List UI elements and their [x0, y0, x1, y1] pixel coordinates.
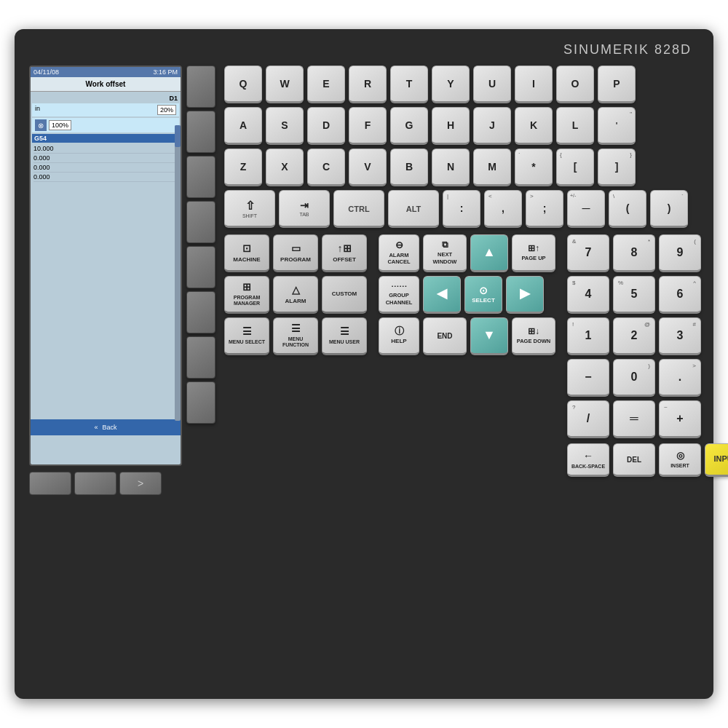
key-s[interactable]: S [266, 107, 304, 145]
key-page-down[interactable]: ⊞↓ PAGE DOWN [512, 317, 555, 355]
key-0[interactable]: ) 0 [613, 359, 655, 397]
key-t[interactable]: T [390, 66, 428, 103]
key-backtick-star[interactable]: ` * [515, 149, 553, 186]
key-backspace[interactable]: ← BACK-SPACE [567, 443, 609, 477]
bottom-softkeys: > [29, 472, 215, 495]
softkey-3[interactable] [186, 156, 215, 198]
key-help[interactable]: ⓘ HELP [379, 317, 419, 355]
key-l[interactable]: L [556, 107, 594, 145]
key-arrow-right[interactable]: ▶ [506, 276, 544, 314]
key-next-window[interactable]: ⧉ NEXT WINDOW [423, 234, 467, 272]
main-panel: SINUMERIK 828D 04/11/08 3:16 PM Work off… [15, 29, 713, 699]
val-row-1: 10.000 [33, 144, 178, 154]
key-i[interactable]: I [515, 66, 553, 103]
key-d[interactable]: D [307, 107, 345, 145]
key-plusminus[interactable]: +/- — [567, 190, 605, 228]
key-1[interactable]: ! 1 [567, 317, 609, 355]
key-4[interactable]: $ 4 [567, 276, 609, 314]
key-k[interactable]: K [515, 107, 553, 145]
key-arrow-down[interactable]: ▼ [470, 317, 508, 355]
softkey-1[interactable] [186, 66, 215, 108]
softkey-8[interactable] [186, 381, 215, 424]
key-z[interactable]: Z [224, 149, 262, 186]
key-paren-close[interactable]: ´ ) [650, 190, 688, 228]
display-screen: 04/11/08 3:16 PM Work offset D1 in [29, 66, 182, 466]
key-b[interactable]: B [390, 149, 428, 186]
key-7[interactable]: & 7 [567, 234, 609, 272]
key-9[interactable]: ( 9 [659, 234, 701, 272]
key-bracket-open[interactable]: { [ [556, 149, 594, 186]
key-2[interactable]: @ 2 [613, 317, 655, 355]
key-select[interactable]: ⊙ SELECT [464, 276, 502, 314]
key-program[interactable]: ▭ PROGRAM [273, 234, 318, 272]
bottom-softkey-2[interactable] [74, 472, 116, 495]
key-8[interactable]: * 8 [613, 234, 655, 272]
key-custom[interactable]: CUSTOM [322, 276, 367, 314]
key-minus[interactable]: − [567, 359, 609, 397]
key-tab[interactable]: ⇥ TAB [279, 190, 330, 228]
key-comma[interactable]: < , [484, 190, 522, 228]
key-w[interactable]: W [266, 66, 304, 103]
softkey-4[interactable] [186, 201, 215, 243]
key-r[interactable]: R [349, 66, 387, 103]
key-6[interactable]: ^ 6 [659, 276, 701, 314]
key-alarm[interactable]: △ ALARM [273, 276, 318, 314]
key-menu-select[interactable]: ☰ MENU SELECT [224, 317, 269, 355]
bottom-softkey-1[interactable] [29, 472, 71, 495]
key-machine[interactable]: ⊡ MACHINE [224, 234, 269, 272]
key-v[interactable]: V [349, 149, 387, 186]
softkey-6[interactable] [186, 291, 215, 333]
percent1-display: 20% [157, 105, 176, 115]
key-colon[interactable]: | : [443, 190, 480, 228]
key-semicolon[interactable]: > ; [526, 190, 563, 228]
key-input[interactable]: INPUT [705, 443, 728, 477]
key-o[interactable]: O [556, 66, 594, 103]
key-e[interactable]: E [307, 66, 345, 103]
softkey-7[interactable] [186, 336, 215, 379]
key-h[interactable]: H [432, 107, 470, 145]
key-program-manager[interactable]: ⊞ PROGRAM MANAGER [224, 276, 269, 314]
key-m[interactable]: M [473, 149, 511, 186]
key-y[interactable]: Y [432, 66, 470, 103]
val-row-4: 0.000 [33, 173, 178, 182]
key-g[interactable]: G [390, 107, 428, 145]
key-x[interactable]: X [266, 149, 304, 186]
key-group-channel[interactable]: ⋯⋯ GROUP CHANNEL [379, 276, 419, 314]
key-p[interactable]: P [598, 66, 636, 103]
key-quote[interactable]: " ' [598, 107, 636, 145]
key-j[interactable]: J [473, 107, 511, 145]
key-q[interactable]: Q [224, 66, 262, 103]
g54-row: G54 [32, 134, 179, 143]
key-plus[interactable]: ~ + [659, 400, 701, 438]
key-f[interactable]: F [349, 107, 387, 145]
key-u[interactable]: U [473, 66, 511, 103]
softkey-2[interactable] [186, 111, 215, 153]
key-insert[interactable]: ◎ INSERT [659, 443, 701, 477]
key-n[interactable]: N [432, 149, 470, 186]
key-ctrl[interactable]: CTRL [333, 190, 384, 228]
key-backslash[interactable]: \ ( [609, 190, 646, 228]
key-a[interactable]: A [224, 107, 262, 145]
key-end[interactable]: END [423, 317, 467, 355]
key-arrow-left[interactable]: ◀ [423, 276, 461, 314]
key-menu-user[interactable]: ☰ MENU USER [322, 317, 367, 355]
key-offset[interactable]: ↑⊞ OFFSET [322, 234, 367, 272]
key-c[interactable]: C [307, 149, 345, 186]
softkey-5[interactable] [186, 246, 215, 288]
key-shift[interactable]: ⇧ SHIFT [224, 190, 275, 228]
bottom-softkey-3[interactable]: > [119, 472, 162, 495]
key-alt[interactable]: ALT [388, 190, 439, 228]
key-equals[interactable]: ═ [613, 400, 655, 438]
key-menu-function[interactable]: ☰ MENU FUNCTION [273, 317, 318, 355]
key-arrow-up[interactable]: ▲ [470, 234, 508, 272]
key-alarm-cancel[interactable]: ⊖ ALARM CANCEL [379, 234, 419, 272]
key-del[interactable]: DEL [613, 443, 655, 477]
key-5[interactable]: % 5 [613, 276, 655, 314]
key-3[interactable]: # 3 [659, 317, 701, 355]
softkeys-right [186, 66, 215, 466]
key-slash[interactable]: ? / [567, 400, 609, 438]
key-page-up[interactable]: ⊞↑ PAGE UP [512, 234, 555, 272]
func-key-group: ⊡ MACHINE ▭ PROGRAM ↑⊞ OFFSET [224, 234, 367, 355]
key-bracket-close[interactable]: } ] [598, 149, 636, 186]
key-period[interactable]: > . [659, 359, 701, 397]
